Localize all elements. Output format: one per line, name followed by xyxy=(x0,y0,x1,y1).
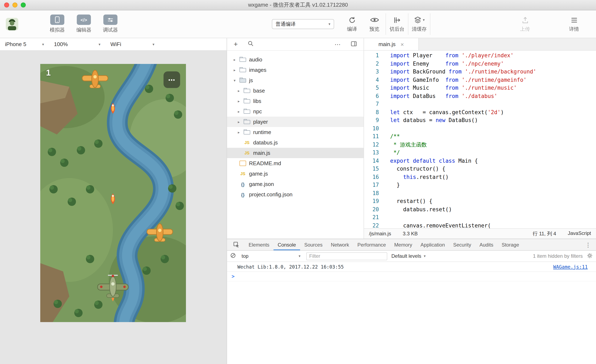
chevron-right-icon[interactable]: ▸ xyxy=(238,89,244,93)
code-line-16[interactable]: 16 this.restart() xyxy=(364,173,596,181)
compile-mode-select[interactable]: 普通编译 ▾ xyxy=(272,19,334,29)
console-message: Wechat Lib:1.8.0, 2017.12.22 16:03:55 xyxy=(237,264,344,270)
code-line-15[interactable]: 15 constructor() { xyxy=(364,165,596,173)
switch-background-button[interactable]: 切后台 xyxy=(386,13,408,35)
tree-item-runtime[interactable]: ▸runtime xyxy=(227,127,364,137)
devtools-tab-memory[interactable]: Memory xyxy=(390,239,417,250)
tree-item-player[interactable]: ▸player xyxy=(227,117,364,127)
debugger-button[interactable]: 调试器 xyxy=(103,15,118,34)
search-icon[interactable] xyxy=(248,40,253,48)
line-number: 21 xyxy=(364,213,379,222)
tree-item-project-config-json[interactable]: {}project.config.json xyxy=(227,189,364,200)
devtools-menu-icon[interactable]: ⋮ xyxy=(580,241,596,248)
user-avatar[interactable] xyxy=(6,18,18,30)
chevron-right-icon[interactable]: ▸ xyxy=(238,120,244,124)
console-settings-icon[interactable] xyxy=(587,253,593,260)
code-line-7[interactable]: 7 xyxy=(364,100,596,108)
devtools-tab-application[interactable]: Application xyxy=(416,239,449,250)
close-icon[interactable]: × xyxy=(401,41,404,47)
code-line-3[interactable]: 3import BackGround from './runtime/backg… xyxy=(364,68,596,76)
tree-item-js[interactable]: ▾js xyxy=(227,75,364,86)
code-line-18[interactable]: 18 xyxy=(364,189,596,197)
code-line-9[interactable]: 9let databus = new DataBus() xyxy=(364,116,596,124)
game-scene xyxy=(40,64,186,322)
code-line-21[interactable]: 21 xyxy=(364,213,596,222)
game-menu-button[interactable]: ••• xyxy=(164,71,180,88)
devtools-tab-audits[interactable]: Audits xyxy=(475,239,497,250)
zoom-select[interactable]: 100% ▾ xyxy=(49,38,105,50)
device-select[interactable]: iPhone 5 ▾ xyxy=(0,38,49,50)
code-line-22[interactable]: 22 canvas.removeEventListener( xyxy=(364,222,596,228)
minimize-window-button[interactable] xyxy=(12,2,17,7)
chevron-right-icon[interactable]: ▸ xyxy=(234,68,239,72)
zoom-window-button[interactable] xyxy=(21,2,26,7)
log-levels-select[interactable]: Default levels ▾ xyxy=(391,253,426,259)
file-path: /js/main.js xyxy=(369,231,391,237)
code-line-14[interactable]: 14export default class Main { xyxy=(364,157,596,165)
code-line-10[interactable]: 10 xyxy=(364,124,596,132)
chevron-right-icon[interactable]: ▸ xyxy=(238,109,244,113)
chevron-down-icon: ▾ xyxy=(153,42,154,46)
console-filter-input[interactable] xyxy=(306,252,387,260)
code-line-20[interactable]: 20 databus.reset() xyxy=(364,205,596,213)
tab-main-js[interactable]: main.js × xyxy=(364,38,419,50)
clear-cache-button[interactable]: ▾ 清缓存 xyxy=(408,13,430,35)
editor-button[interactable]: </> 编辑器 xyxy=(76,15,91,34)
execution-context-select[interactable]: top ▾ xyxy=(240,253,302,259)
add-file-icon[interactable]: + xyxy=(234,41,238,48)
tree-item-game-json[interactable]: {}game.json xyxy=(227,179,364,189)
console-input-row[interactable]: > xyxy=(227,272,596,282)
close-window-button[interactable] xyxy=(4,2,9,7)
devtools-tab-network[interactable]: Network xyxy=(327,239,353,250)
tree-item-images[interactable]: ▸images xyxy=(227,65,364,75)
collapse-panel-icon[interactable] xyxy=(351,40,357,48)
tree-item-libs[interactable]: ▸libs xyxy=(227,96,364,106)
tree-item-README-md[interactable]: README.md xyxy=(227,158,364,169)
devtools-tab-sources[interactable]: Sources xyxy=(300,239,327,250)
preview-button[interactable]: 预览 xyxy=(363,13,386,35)
devtools-tab-security[interactable]: Security xyxy=(449,239,476,250)
chevron-down-icon[interactable]: ▾ xyxy=(234,78,239,82)
network-select[interactable]: WiFi ▾ xyxy=(105,38,159,50)
devtools-tab-performance[interactable]: Performance xyxy=(353,239,390,250)
console-toolbar: top ▾ Default levels ▾ 1 item hidden by … xyxy=(227,251,596,262)
console-source-link[interactable]: WAGame.js:11 xyxy=(553,264,588,270)
tree-item-audio[interactable]: ▸audio xyxy=(227,54,364,65)
tree-item-npc[interactable]: ▸npc xyxy=(227,106,364,117)
code-line-19[interactable]: 19 restart() { xyxy=(364,197,596,205)
tree-item-base[interactable]: ▸base xyxy=(227,86,364,96)
language-mode[interactable]: JavaScript xyxy=(568,230,591,237)
tree-item-game-js[interactable]: JSgame.js xyxy=(227,169,364,179)
inspect-element-icon[interactable] xyxy=(230,239,242,250)
code-line-17[interactable]: 17 } xyxy=(364,181,596,189)
console-empty-area[interactable] xyxy=(227,282,596,364)
clear-console-icon[interactable] xyxy=(230,253,236,260)
code-line-13[interactable]: 13 */ xyxy=(364,149,596,157)
game-preview[interactable]: 1 ••• xyxy=(40,64,186,322)
code-line-12[interactable]: 12 * 游戏主函数 xyxy=(364,141,596,149)
chevron-right-icon[interactable]: ▸ xyxy=(234,58,239,62)
tree-item-main-js[interactable]: JSmain.js xyxy=(227,148,364,158)
code-line-6[interactable]: 6import DataBus from './databus' xyxy=(364,92,596,100)
editor-label: 编辑器 xyxy=(76,27,91,34)
details-button[interactable]: 详情 xyxy=(563,13,585,35)
code-line-11[interactable]: 11/** xyxy=(364,132,596,141)
compile-controls: 普通编译 ▾ 编译 预览 切后台 xyxy=(272,10,430,38)
code-line-4[interactable]: 4import GameInfo from './runtime/gameinf… xyxy=(364,76,596,84)
devtools-tab-console[interactable]: Console xyxy=(274,239,300,250)
more-options-icon[interactable]: ⋯ xyxy=(335,40,341,48)
code-lines[interactable]: 1import Player from './player/index'2imp… xyxy=(364,51,596,228)
code-line-2[interactable]: 2import Enemy from './npc/enemy' xyxy=(364,59,596,68)
code-line-8[interactable]: 8let ctx = canvas.getContext('2d') xyxy=(364,108,596,116)
code-line-5[interactable]: 5import Music from './runtime/music' xyxy=(364,84,596,92)
line-number: 14 xyxy=(364,157,379,165)
devtools-tab-elements[interactable]: Elements xyxy=(245,239,274,250)
upload-button[interactable]: 上传 xyxy=(514,13,536,35)
simulator-button[interactable]: 模拟器 xyxy=(50,15,65,34)
devtools-tab-storage[interactable]: Storage xyxy=(497,239,523,250)
chevron-right-icon[interactable]: ▸ xyxy=(238,130,244,134)
compile-button[interactable]: 编译 xyxy=(341,13,363,35)
code-line-1[interactable]: 1import Player from './player/index' xyxy=(364,52,596,59)
tree-item-databus-js[interactable]: JSdatabus.js xyxy=(227,137,364,148)
chevron-right-icon[interactable]: ▸ xyxy=(238,99,244,103)
